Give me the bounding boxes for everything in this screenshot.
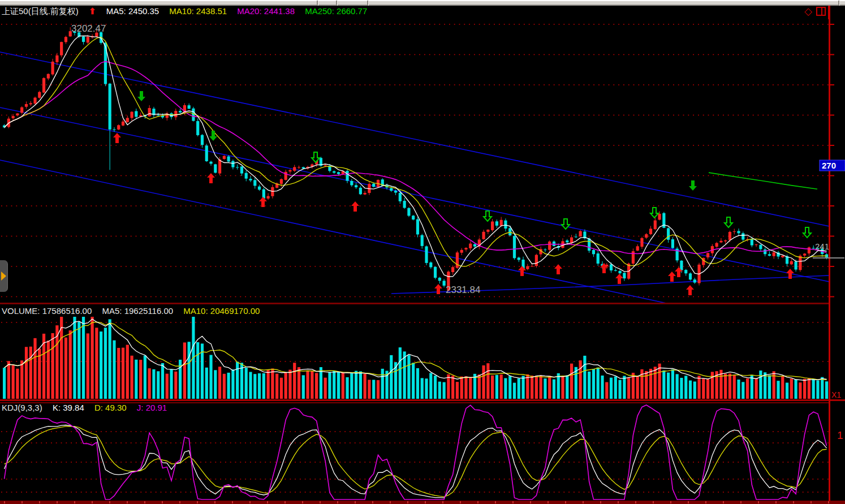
ma250-value: MA250: 2660.77 xyxy=(305,6,367,16)
buy-arrow-icon xyxy=(668,272,676,282)
volume-bars xyxy=(3,317,828,399)
ma10-value: MA10: 2438.51 xyxy=(169,6,227,16)
right-border-caret xyxy=(828,6,829,19)
buy-arrow-icon xyxy=(615,274,623,284)
buy-arrow-icon xyxy=(686,285,694,295)
buy-arrow-icon xyxy=(113,133,121,143)
kdj-title[interactable]: KDJ(9,3,3) xyxy=(2,403,42,412)
sell-arrow-icon xyxy=(209,131,217,141)
kdj-k-value: K: 39.84 xyxy=(53,403,84,412)
kdj-j-value: J: 20.91 xyxy=(137,403,167,412)
volume-unit-label: X1 xyxy=(831,390,841,399)
ma5-value: MA5: 2450.35 xyxy=(106,6,159,16)
sell-arrow-icon xyxy=(725,217,732,227)
buy-arrow-icon xyxy=(207,173,215,183)
trough-price-label: 2331.84 xyxy=(446,285,480,295)
ma250-line xyxy=(709,173,817,189)
sell-arrow-icon xyxy=(562,219,570,229)
sell-arrow-icon xyxy=(137,91,145,101)
kdj-axis-label: 1 xyxy=(837,429,843,441)
kdj-gridlines xyxy=(1,432,829,492)
symbol-title[interactable]: 上证50(日线.前复权) xyxy=(2,6,79,16)
peak-price-label: 3202.47 xyxy=(71,23,106,34)
buy-arrow-icon xyxy=(554,264,562,274)
volume-value: VOLUME: 17586516.00 xyxy=(2,306,92,316)
diamond-icon[interactable]: ◇ xyxy=(804,7,812,16)
sell-arrow-icon xyxy=(312,152,320,162)
up-arrow-icon: ⬆ xyxy=(89,6,96,16)
volume-pane-header: VOLUME: 17586516.00 MA5: 19625116.00 MA1… xyxy=(2,306,268,316)
sell-arrow-icon xyxy=(484,211,492,221)
buy-arrow-icon xyxy=(434,284,442,294)
sidebar-expander-handle[interactable] xyxy=(0,260,8,292)
volume-ma5-value: MA5: 19625116.00 xyxy=(102,306,173,316)
expand-arrow-icon xyxy=(1,272,6,281)
sell-arrow-icon xyxy=(803,227,811,238)
volume-gridlines xyxy=(1,322,829,361)
ma20-value: MA20: 2441.38 xyxy=(237,6,295,16)
split-window-icon[interactable] xyxy=(816,7,826,16)
sell-arrow-icon xyxy=(689,180,697,191)
last-price-label: 241 xyxy=(815,242,829,251)
trading-terminal: 3202.472331.84241270X11 上证50(日线.前复权) ⬆ M… xyxy=(0,0,845,504)
corner-icon-group: ◇ xyxy=(804,7,826,16)
price-tag-label: 270 xyxy=(822,161,836,170)
ma20-line xyxy=(5,61,827,253)
kdj-pane-header: KDJ(9,3,3) K: 39.84 D: 49.30 J: 20.91 xyxy=(2,403,175,412)
buy-arrow-icon xyxy=(518,266,526,276)
kdj-k-line xyxy=(5,425,827,498)
kdj-d-value: D: 49.30 xyxy=(94,403,127,412)
buy-arrow-icon xyxy=(351,201,359,212)
price-pane-header: 上证50(日线.前复权) ⬆ MA5: 2450.35 MA10: 2438.5… xyxy=(2,6,375,17)
trendlines xyxy=(0,52,829,303)
ma10-line xyxy=(5,37,827,266)
pane-borders xyxy=(0,6,845,504)
kdj-d-line xyxy=(5,426,827,497)
sell-arrow-icon xyxy=(650,208,658,218)
chart-canvas[interactable]: 3202.472331.84241270X11 xyxy=(0,0,845,504)
ma5-line xyxy=(5,36,827,277)
kdj-j-line xyxy=(5,405,827,499)
volume-ma10-value: MA10: 20469170.00 xyxy=(183,306,260,316)
